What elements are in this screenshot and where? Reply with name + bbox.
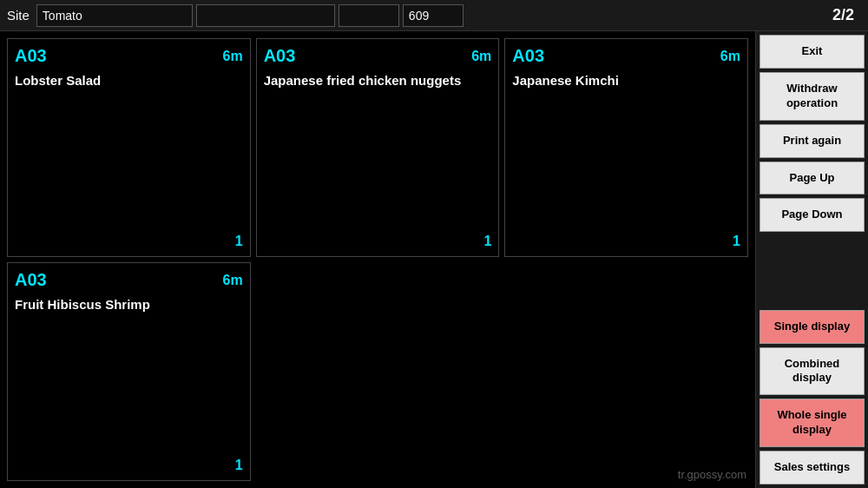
card-qty: 1	[15, 234, 243, 249]
order-card: A03 6m Japanese fried chicken nuggets 1	[256, 38, 500, 257]
order-card: A03 6m Fruit Hibiscus Shrimp 1	[7, 262, 251, 481]
page-down-button[interactable]: Page Down	[760, 198, 865, 232]
card-time: 6m	[223, 49, 243, 64]
sales-settings-button[interactable]: Sales settings	[760, 451, 865, 485]
content-area: A03 6m Lobster Salad 1 A03 6m Japanese f…	[0, 31, 755, 488]
sidebar: Exit Withdraw operation Print again Page…	[755, 31, 868, 488]
combined-display-button[interactable]: Combined display	[760, 347, 865, 396]
card-item: Lobster Salad	[15, 73, 243, 234]
header-field4[interactable]	[403, 4, 464, 27]
card-time: 6m	[471, 49, 491, 64]
card-header: A03 6m	[15, 46, 243, 66]
card-header: A03 6m	[512, 46, 740, 66]
card-qty: 1	[512, 234, 740, 249]
single-display-button[interactable]: Single display	[760, 310, 865, 344]
card-item: Fruit Hibiscus Shrimp	[15, 297, 243, 458]
card-item: Japanese Kimchi	[512, 73, 740, 234]
card-qty: 1	[264, 234, 492, 249]
whole-single-display-button[interactable]: Whole single display	[760, 399, 865, 447]
card-table: A03	[264, 46, 296, 66]
print-again-button[interactable]: Print again	[760, 124, 865, 158]
page-up-button[interactable]: Page Up	[760, 162, 865, 195]
page-indicator: 2/2	[832, 6, 854, 24]
site-input[interactable]	[36, 4, 193, 27]
card-time: 6m	[720, 49, 740, 64]
withdraw-operation-button[interactable]: Withdraw operation	[760, 72, 865, 121]
card-time: 6m	[223, 273, 243, 288]
main-layout: A03 6m Lobster Salad 1 A03 6m Japanese f…	[0, 31, 868, 488]
order-card: A03 6m Lobster Salad 1	[7, 38, 251, 257]
card-header: A03 6m	[15, 270, 243, 290]
header-field2[interactable]	[196, 4, 335, 27]
sidebar-bottom: Single display Combined display Whole si…	[760, 310, 865, 485]
card-table: A03	[512, 46, 544, 66]
site-label: Site	[7, 8, 30, 23]
card-item: Japanese fried chicken nuggets	[264, 73, 492, 234]
card-qty: 1	[15, 458, 243, 473]
order-card: A03 6m Japanese Kimchi 1	[504, 38, 748, 257]
exit-button[interactable]: Exit	[760, 35, 865, 69]
header-field3[interactable]	[339, 4, 399, 27]
header: Site 2/2	[0, 0, 868, 31]
card-table: A03	[15, 270, 47, 290]
card-table: A03	[15, 46, 47, 66]
card-header: A03 6m	[264, 46, 492, 66]
watermark: tr.gpossy.com	[678, 468, 746, 481]
